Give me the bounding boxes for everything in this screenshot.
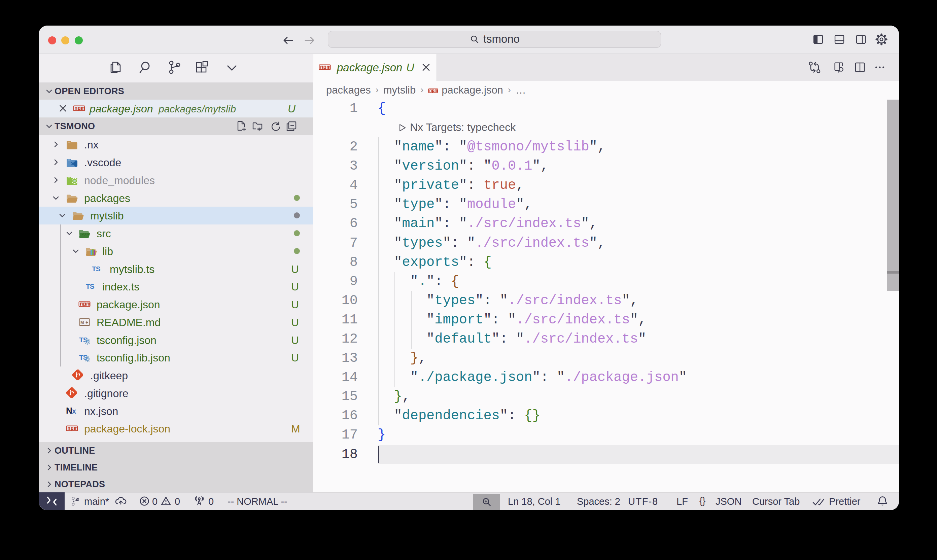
svg-text:{}: {} bbox=[699, 496, 705, 506]
svg-text:JS: JS bbox=[73, 179, 76, 183]
svg-text:x: x bbox=[72, 407, 76, 415]
svg-text:</>: </> bbox=[82, 232, 89, 237]
svg-text:N: N bbox=[66, 406, 72, 415]
svg-text:TS: TS bbox=[86, 282, 95, 290]
svg-text:TS: TS bbox=[92, 265, 101, 272]
svg-text:M: M bbox=[80, 320, 84, 325]
